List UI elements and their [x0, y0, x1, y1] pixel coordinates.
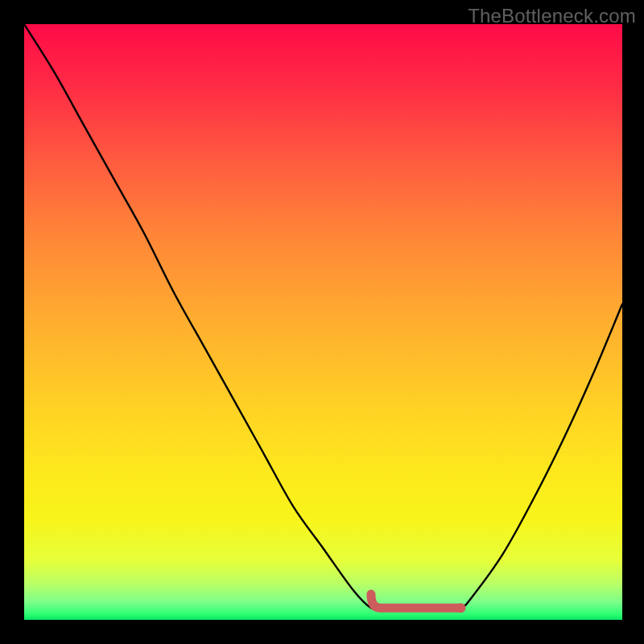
plot-area: [24, 24, 622, 620]
chart-frame: TheBottleneck.com: [0, 0, 644, 644]
watermark-text: TheBottleneck.com: [468, 5, 636, 27]
gradient-background: [24, 24, 622, 620]
